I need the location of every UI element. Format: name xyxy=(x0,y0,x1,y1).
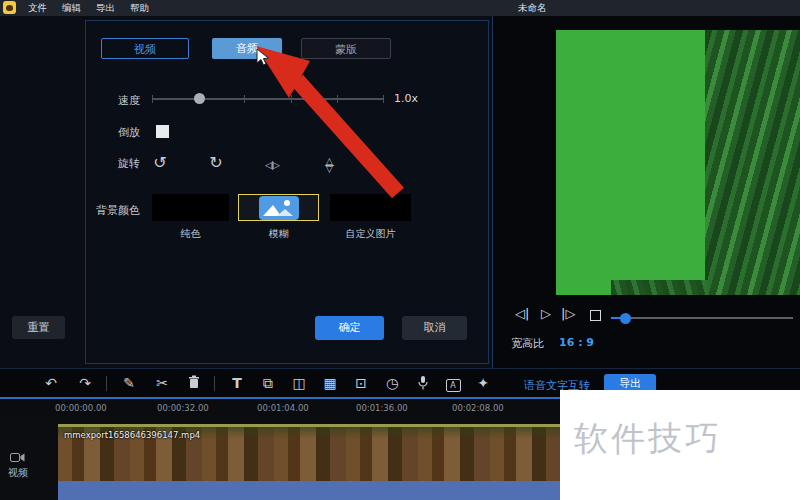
subtitle-icon[interactable]: A xyxy=(442,375,464,392)
speed-value: 1.0x xyxy=(394,92,418,105)
video-camera-icon xyxy=(10,452,25,463)
play-icon[interactable]: ▷ xyxy=(541,306,551,322)
mic-glyph xyxy=(417,375,429,391)
custom-image-option-label: 自定义图片 xyxy=(320,227,421,241)
ruler-timestamp: 00:01:04.00 xyxy=(257,403,309,413)
ruler-timestamp: 00:01:36.00 xyxy=(356,403,408,413)
step-forward-icon[interactable]: |▷ xyxy=(561,306,575,322)
solid-color-swatch[interactable] xyxy=(152,194,229,221)
clip-settings-panel: 视频 音频 蒙版 速度 1.0x 倒放 旋转 ↺ ↻ ◁|▷ ◁|▷ 背景颜色 xyxy=(85,20,489,364)
video-track-label: 视频 xyxy=(8,466,28,480)
mosaic-icon[interactable]: ▦ xyxy=(319,375,341,392)
cancel-button[interactable]: 取消 xyxy=(402,316,467,340)
titlebar: 文件 编辑 导出 帮助 未命名 xyxy=(0,0,800,16)
microphone-icon[interactable] xyxy=(412,375,434,392)
aspect-ratio-value[interactable]: 16 : 9 xyxy=(559,336,594,349)
toolbar-divider xyxy=(106,376,107,391)
clip-settings-area: 视频 音频 蒙版 速度 1.0x 倒放 旋转 ↺ ↻ ◁|▷ ◁|▷ 背景颜色 xyxy=(0,16,492,368)
speed-label: 速度 xyxy=(86,93,140,108)
flip-horizontal-glyph: ◁|▷ xyxy=(265,160,279,170)
reverse-checkbox[interactable] xyxy=(156,125,169,138)
menu-edit[interactable]: 编辑 xyxy=(62,2,81,15)
speed-slider-handle[interactable] xyxy=(194,93,205,104)
blur-background-swatch[interactable] xyxy=(238,194,319,221)
rotate-cw-icon[interactable]: ↻ xyxy=(204,153,228,173)
speed-slider[interactable] xyxy=(152,92,384,106)
undo-icon[interactable]: ↶ xyxy=(40,375,62,392)
ruler-timestamp: 00:00:00.00 xyxy=(55,403,107,413)
step-back-icon[interactable]: ◁| xyxy=(515,306,529,322)
progress-handle[interactable] xyxy=(620,313,631,324)
reverse-label: 倒放 xyxy=(86,125,140,140)
preview-area: ◁| ▷ |▷ 宽高比 16 : 9 xyxy=(492,16,800,368)
custom-image-swatch[interactable] xyxy=(330,194,411,221)
subtitle-glyph: A xyxy=(446,379,461,392)
freeze-frame-icon[interactable]: ⊡ xyxy=(350,375,372,392)
tab-video[interactable]: 视频 xyxy=(101,38,189,59)
image-icon xyxy=(259,196,299,220)
picture-in-picture-icon[interactable]: ◫ xyxy=(288,375,310,392)
progress-track xyxy=(611,317,793,319)
menu-export[interactable]: 导出 xyxy=(96,2,115,15)
duration-clock-icon[interactable]: ◷ xyxy=(381,375,403,392)
ruler-timestamp: 00:02:08.00 xyxy=(452,403,504,413)
effects-icon[interactable]: ✦ xyxy=(472,375,494,392)
stop-icon[interactable] xyxy=(590,310,601,321)
edit-icon[interactable]: ✎ xyxy=(118,375,140,392)
toolbar-divider xyxy=(214,376,215,391)
blur-option-label: 模糊 xyxy=(238,227,319,241)
delete-icon[interactable] xyxy=(183,375,205,392)
tab-mask[interactable]: 蒙版 xyxy=(301,38,391,59)
confirm-button[interactable]: 确定 xyxy=(315,316,384,340)
rotate-label: 旋转 xyxy=(86,156,140,171)
preview-foliage-right xyxy=(705,30,800,295)
speed-slider-track xyxy=(152,95,384,103)
text-tool-icon[interactable]: T xyxy=(226,375,248,392)
split-scissors-icon[interactable]: ✂ xyxy=(151,375,173,392)
menu-help[interactable]: 帮助 xyxy=(130,2,149,15)
flip-horizontal-icon[interactable]: ◁|▷ xyxy=(260,153,284,173)
tab-audio[interactable]: 音频 xyxy=(212,38,282,59)
watermark-text: 软件技巧 xyxy=(574,416,722,462)
flip-vertical-glyph: ◁|▷ xyxy=(320,158,340,172)
preview-progress-slider[interactable] xyxy=(611,312,793,324)
preview-foliage-bottom xyxy=(611,280,707,295)
track-gutter: 视频 xyxy=(0,416,56,500)
redo-icon[interactable]: ↷ xyxy=(74,375,96,392)
background-color-label: 背景颜色 xyxy=(86,203,140,218)
clip-filename: mmexport1658646396147.mp4 xyxy=(64,430,200,440)
crop-icon[interactable]: ⧉ xyxy=(257,375,279,392)
app-window: 文件 编辑 导出 帮助 未命名 视频 音频 蒙版 速度 1.0x 倒放 旋转 ↺… xyxy=(0,0,800,500)
flip-vertical-icon[interactable]: ◁|▷ xyxy=(318,153,342,173)
watermark-panel: 软件技巧 xyxy=(560,390,800,500)
ruler-timestamp: 00:00:32.00 xyxy=(157,403,209,413)
aspect-ratio-label: 宽高比 xyxy=(511,336,544,351)
document-title: 未命名 xyxy=(518,2,547,15)
video-preview xyxy=(556,30,800,295)
reset-button[interactable]: 重置 xyxy=(12,316,65,339)
trash-glyph xyxy=(188,375,200,389)
rotate-ccw-icon[interactable]: ↺ xyxy=(148,153,172,173)
app-logo-icon xyxy=(3,1,16,14)
solid-color-option-label: 纯色 xyxy=(152,227,229,241)
menu-file[interactable]: 文件 xyxy=(28,2,47,15)
